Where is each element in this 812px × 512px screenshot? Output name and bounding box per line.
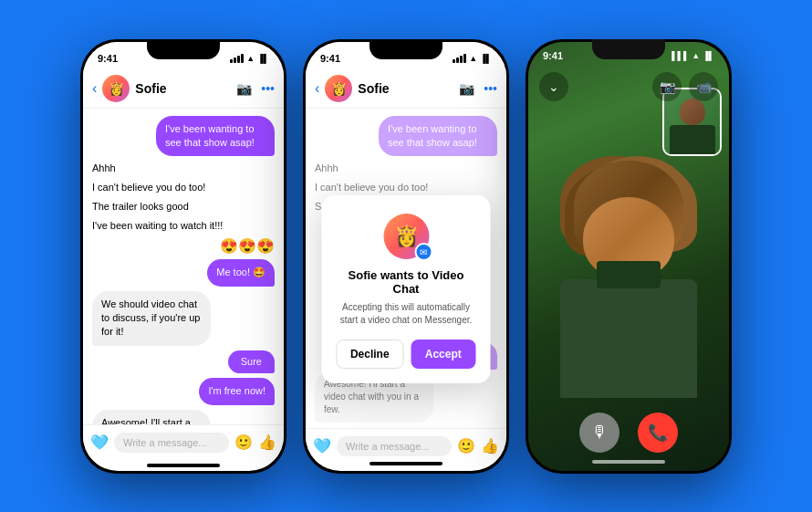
video-background: 9:41 ▌▌▌ ▲ ▐▌ ⌄ 📷 📹	[528, 42, 729, 471]
avatar-2: 👸	[325, 75, 352, 102]
p2-bubble-sent: I've been wanting to see that show asap!	[379, 116, 497, 157]
modal-desc: Accepting this will automatically start …	[337, 301, 476, 327]
plain-trailer: The trailer looks good	[92, 199, 189, 214]
wifi-icon-video: ▲	[692, 51, 700, 60]
input-bar-2: 🩵 Write a message... 🙂 👍	[306, 428, 506, 464]
phone-1: 9:41 ▲ ▐▌ ‹ 👸	[80, 39, 286, 474]
status-icons-1: ▲ ▐▌	[230, 54, 269, 63]
chevron-down-button[interactable]: ⌄	[539, 72, 568, 101]
home-indicator-2	[370, 462, 442, 465]
status-icons-2: ▲ ▐▌	[453, 54, 492, 63]
status-time-1: 9:41	[98, 53, 118, 64]
bubble-videochat: We should video chat to discuss, if you'…	[92, 291, 211, 346]
plain-believe: I can't believe you do too!	[92, 180, 205, 194]
heart-icon-1[interactable]: 🩵	[90, 434, 109, 451]
bubble-free: I'm free now!	[199, 378, 275, 404]
like-icon-1[interactable]: 👍	[258, 434, 276, 451]
video-call-icon-1[interactable]: 📷	[236, 81, 252, 96]
phone2-overlay: I've been wanting to see that show asap!…	[306, 109, 506, 471]
contact-name-1: Sofie	[135, 81, 231, 96]
contact-name-2: Sofie	[358, 81, 453, 96]
msg-received-believe: I can't believe you do too!	[92, 180, 275, 194]
p2-msg-believe: I can't believe you do too!	[315, 180, 497, 194]
phone-2: 9:41 ▲ ▐▌ ‹ 👸	[303, 39, 509, 474]
wifi-icon: ▲	[246, 54, 255, 63]
msg-sent-1: I've been wanting to see that show asap!	[92, 116, 275, 157]
more-icon-1[interactable]: •••	[261, 81, 275, 96]
msg-free: I'm free now!	[92, 378, 275, 404]
mute-button[interactable]: 🎙	[579, 413, 619, 453]
video-top-right: 📷 📹	[652, 72, 718, 101]
camera-flip-button[interactable]: 📷	[652, 72, 682, 101]
bubble-metoo: Me too! 🤩	[207, 259, 275, 286]
back-button-2[interactable]: ‹	[315, 80, 319, 97]
messenger-header-2: ‹ 👸 Sofie 📷 •••	[306, 69, 506, 109]
signal-bars-1	[230, 54, 244, 63]
header-icons-2: 📷 •••	[459, 81, 497, 96]
signal-bars-2	[453, 54, 466, 63]
video-top-bar: ⌄ 📷 📹	[528, 64, 729, 110]
msg-received-ahhh: Ahhh	[92, 161, 275, 175]
modal-avatar-wrap: 👸 ✉	[383, 214, 429, 259]
home-indicator-1	[147, 464, 220, 467]
chat-messages-1: I've been wanting to see that show asap!…	[83, 109, 284, 424]
battery-icon: ▐▌	[257, 54, 269, 63]
msg-received-waiting: I've been waiting to watch it!!!	[92, 218, 275, 233]
status-time-2: 9:41	[320, 53, 340, 64]
modal-buttons: Decline Accept	[337, 340, 476, 369]
emoji-bubble: 😍😍😍	[220, 237, 275, 255]
end-call-button[interactable]: 📞	[638, 413, 678, 453]
modal-title: Sofie wants to Video Chat	[337, 268, 476, 296]
emoji-icon-2[interactable]: 🙂	[457, 437, 475, 455]
status-time-video: 9:41	[543, 50, 563, 61]
avatar-1: 👸	[102, 75, 130, 102]
bubble-awesome: Awesome! I'll start a video chat with yo…	[92, 410, 211, 424]
video-controls: 🎙 📞	[528, 413, 729, 453]
more-icon-2[interactable]: •••	[484, 81, 497, 96]
status-bar-video: 9:41 ▌▌▌ ▲ ▐▌	[528, 42, 729, 66]
back-button-1[interactable]: ‹	[92, 80, 97, 97]
status-icons-video: ▌▌▌ ▲ ▐▌	[671, 51, 714, 60]
video-call-modal: 👸 ✉ Sofie wants to Video Chat Accepting …	[322, 195, 491, 383]
msg-sure: Sure	[92, 350, 275, 373]
messenger-badge: ✉	[414, 243, 432, 261]
accept-button[interactable]: Accept	[411, 340, 476, 369]
bubble-sent-1: I've been wanting to see that show asap!	[156, 116, 275, 157]
decline-button[interactable]: Decline	[337, 340, 404, 369]
mic-icon: 🎙	[591, 423, 608, 442]
msg-videochat: We should video chat to discuss, if you'…	[92, 291, 275, 346]
plain-ahhh: Ahhh	[92, 161, 116, 175]
message-input-1[interactable]: Write a message...	[114, 433, 229, 453]
input-bar-1: 🩵 Write a message... 🙂 👍	[83, 424, 284, 460]
signal-icon-video: ▌▌▌	[671, 51, 689, 60]
messenger-header-1: ‹ 👸 Sofie 📷 •••	[83, 69, 284, 109]
heart-icon-2[interactable]: 🩵	[313, 437, 331, 455]
like-icon-2[interactable]: 👍	[481, 437, 499, 455]
p2-msg-sent: I've been wanting to see that show asap!	[315, 116, 497, 157]
msg-metoo: Me too! 🤩	[92, 259, 275, 286]
phone-3: 9:41 ▌▌▌ ▲ ▐▌ ⌄ 📷 📹	[526, 39, 732, 474]
video-toggle-button[interactable]: 📹	[689, 72, 718, 101]
emoji-icon-1[interactable]: 🙂	[234, 434, 253, 451]
header-icons-1: 📷 •••	[236, 81, 275, 96]
plain-waiting: I've been waiting to watch it!!!	[92, 218, 223, 233]
bubble-sure: Sure	[228, 350, 275, 373]
home-indicator-3	[592, 460, 665, 464]
battery-icon-video: ▐▌	[703, 51, 714, 60]
wifi-icon-2: ▲	[469, 54, 477, 63]
video-call-icon-2[interactable]: 📷	[459, 81, 474, 96]
message-input-2[interactable]: Write a message...	[337, 436, 452, 456]
notch-2	[370, 39, 442, 59]
p2-msg-ahhh: Ahhh	[315, 161, 497, 175]
msg-awesome: Awesome! I'll start a video chat with yo…	[92, 410, 275, 424]
msg-emoji: 😍😍😍	[92, 237, 275, 255]
msg-received-trailer: The trailer looks good	[92, 199, 275, 214]
battery-icon-2: ▐▌	[480, 54, 492, 63]
end-call-icon: 📞	[648, 423, 668, 443]
notch-1	[147, 39, 220, 59]
